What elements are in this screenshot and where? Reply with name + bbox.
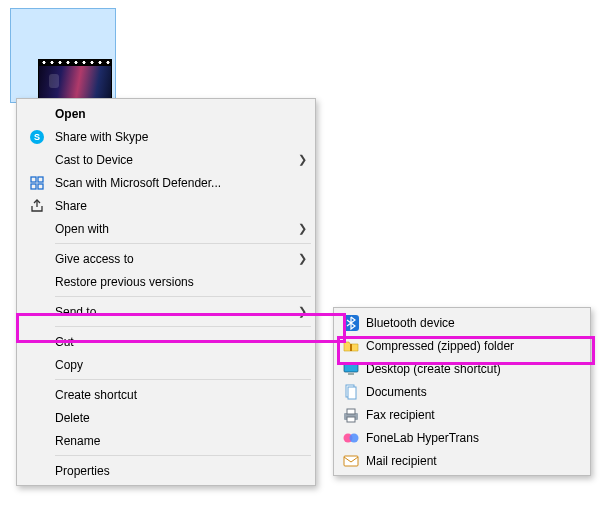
submenu-label: Compressed (zipped) folder (366, 339, 588, 353)
svg-rect-7 (350, 344, 352, 351)
chevron-right-icon: ❯ (291, 305, 313, 318)
submenu-item-desktop[interactable]: Desktop (create shortcut) (336, 357, 588, 380)
mail-icon (336, 453, 366, 469)
fonelab-icon (336, 430, 366, 446)
submenu-item-mail[interactable]: Mail recipient (336, 449, 588, 472)
separator (55, 379, 311, 380)
context-menu: Open S Share with Skype Cast to Device ❯… (16, 98, 316, 486)
submenu-item-bluetooth[interactable]: Bluetooth device (336, 311, 588, 334)
menu-item-open[interactable]: Open (19, 102, 313, 125)
submenu-item-documents[interactable]: Documents (336, 380, 588, 403)
menu-label: Properties (55, 464, 313, 478)
fax-icon (336, 407, 366, 423)
submenu-label: Fax recipient (366, 408, 588, 422)
separator (55, 326, 311, 327)
submenu-label: Desktop (create shortcut) (366, 362, 588, 376)
menu-item-open-with[interactable]: Open with ❯ (19, 217, 313, 240)
menu-item-send-to[interactable]: Send to ❯ (19, 300, 313, 323)
submenu-item-fax[interactable]: Fax recipient (336, 403, 588, 426)
sendto-submenu: Bluetooth device Compressed (zipped) fol… (333, 307, 591, 476)
svg-rect-4 (31, 184, 36, 189)
menu-label: Share (55, 199, 313, 213)
menu-label: Delete (55, 411, 313, 425)
svg-rect-12 (348, 387, 356, 399)
menu-label: Share with Skype (55, 130, 313, 144)
separator (55, 296, 311, 297)
menu-item-share-skype[interactable]: S Share with Skype (19, 125, 313, 148)
menu-label: Cast to Device (55, 153, 291, 167)
svg-rect-8 (344, 363, 358, 372)
menu-item-properties[interactable]: Properties (19, 459, 313, 482)
desktop-icon (336, 361, 366, 377)
menu-item-cut[interactable]: Cut (19, 330, 313, 353)
menu-item-copy[interactable]: Copy (19, 353, 313, 376)
menu-item-share[interactable]: Share (19, 194, 313, 217)
svg-rect-10 (348, 373, 354, 375)
chevron-right-icon: ❯ (291, 153, 313, 166)
menu-label: Restore previous versions (55, 275, 313, 289)
bluetooth-icon (336, 315, 366, 331)
menu-item-cast[interactable]: Cast to Device ❯ (19, 148, 313, 171)
svg-rect-3 (38, 177, 43, 182)
defender-icon (19, 175, 55, 191)
menu-item-delete[interactable]: Delete (19, 406, 313, 429)
submenu-label: Documents (366, 385, 588, 399)
submenu-item-zip[interactable]: Compressed (zipped) folder (336, 334, 588, 357)
chevron-right-icon: ❯ (291, 252, 313, 265)
svg-rect-2 (31, 177, 36, 182)
zip-folder-icon (336, 338, 366, 354)
svg-rect-18 (344, 456, 358, 466)
selected-file[interactable] (10, 8, 116, 103)
documents-icon (336, 384, 366, 400)
menu-label: Rename (55, 434, 313, 448)
menu-item-create-shortcut[interactable]: Create shortcut (19, 383, 313, 406)
menu-label: Cut (55, 335, 313, 349)
submenu-label: FoneLab HyperTrans (366, 431, 588, 445)
menu-item-defender[interactable]: Scan with Microsoft Defender... (19, 171, 313, 194)
submenu-label: Bluetooth device (366, 316, 588, 330)
svg-rect-5 (38, 184, 43, 189)
menu-label: Send to (55, 305, 291, 319)
menu-label: Open (55, 107, 313, 121)
separator (55, 243, 311, 244)
menu-item-restore-versions[interactable]: Restore previous versions (19, 270, 313, 293)
menu-label: Give access to (55, 252, 291, 266)
separator (55, 455, 311, 456)
menu-item-rename[interactable]: Rename (19, 429, 313, 452)
svg-rect-14 (347, 409, 355, 414)
svg-text:S: S (34, 132, 40, 142)
skype-icon: S (19, 129, 55, 145)
menu-label: Scan with Microsoft Defender... (55, 176, 313, 190)
menu-label: Open with (55, 222, 291, 236)
share-icon (19, 198, 55, 214)
svg-rect-15 (347, 417, 355, 422)
menu-label: Create shortcut (55, 388, 313, 402)
menu-item-give-access[interactable]: Give access to ❯ (19, 247, 313, 270)
chevron-right-icon: ❯ (291, 222, 313, 235)
submenu-item-fonelab[interactable]: FoneLab HyperTrans (336, 426, 588, 449)
menu-label: Copy (55, 358, 313, 372)
submenu-label: Mail recipient (366, 454, 588, 468)
svg-point-17 (350, 433, 359, 442)
